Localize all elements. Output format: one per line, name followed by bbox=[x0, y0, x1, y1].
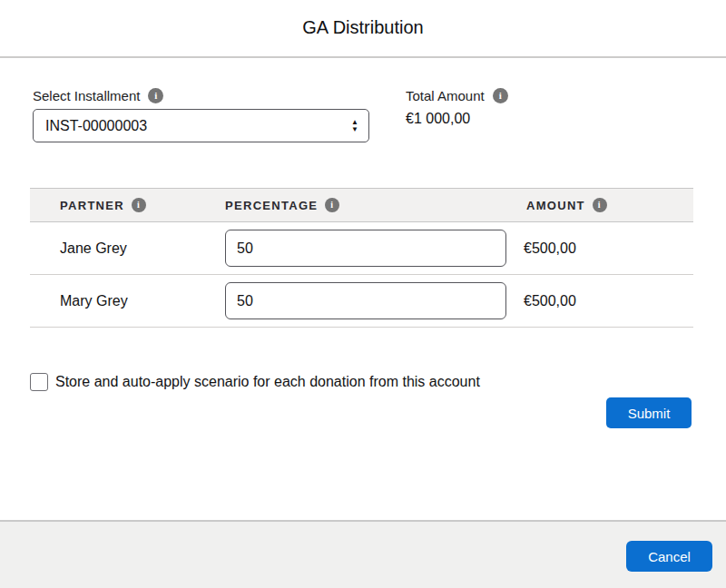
amount-value: €500,00 bbox=[524, 293, 576, 309]
chevron-down-icon: ▼ bbox=[351, 126, 358, 132]
amount-value: €500,00 bbox=[524, 240, 576, 257]
select-stepper-icon: ▲ ▼ bbox=[351, 119, 358, 132]
modal-footer: Cancel bbox=[0, 522, 726, 588]
distribution-table: PARTNER i PERCENTAGE i AMOUNT i Jane Gre… bbox=[30, 188, 693, 328]
column-header-partner: PARTNER i bbox=[60, 189, 146, 221]
partner-name: Mary Grey bbox=[60, 293, 128, 309]
info-icon[interactable]: i bbox=[132, 198, 146, 212]
installment-field-label: Select Installment i bbox=[33, 88, 163, 103]
total-amount-label-text: Total Amount bbox=[406, 88, 485, 103]
info-icon[interactable]: i bbox=[493, 88, 508, 103]
table-row: Mary Grey €500,00 bbox=[30, 275, 693, 328]
column-header-partner-label: PARTNER bbox=[60, 199, 124, 212]
chevron-up-icon: ▲ bbox=[351, 119, 358, 125]
column-header-percentage: PERCENTAGE i bbox=[225, 189, 339, 221]
info-icon[interactable]: i bbox=[148, 88, 163, 103]
info-icon[interactable]: i bbox=[325, 198, 339, 212]
column-header-amount: AMOUNT i bbox=[526, 189, 607, 221]
modal-title: GA Distribution bbox=[0, 17, 726, 38]
installment-label-text: Select Installment bbox=[33, 88, 140, 103]
column-header-percentage-label: PERCENTAGE bbox=[225, 199, 318, 212]
submit-button[interactable]: Submit bbox=[606, 397, 692, 428]
ga-distribution-modal: GA Distribution Select Installment i INS… bbox=[0, 0, 726, 588]
total-amount-field-label: Total Amount i bbox=[406, 88, 508, 103]
installment-select-value: INST-00000003 bbox=[45, 118, 351, 134]
store-scenario-label: Store and auto-apply scenario for each d… bbox=[55, 374, 480, 390]
partner-name: Jane Grey bbox=[60, 240, 127, 257]
store-scenario-checkbox[interactable] bbox=[30, 373, 48, 391]
table-header-row: PARTNER i PERCENTAGE i AMOUNT i bbox=[30, 188, 693, 222]
cancel-button[interactable]: Cancel bbox=[626, 541, 712, 572]
installment-select[interactable]: INST-00000003 ▲ ▼ bbox=[33, 109, 369, 142]
store-scenario-option: Store and auto-apply scenario for each d… bbox=[30, 373, 480, 391]
total-amount-value: €1 000,00 bbox=[406, 111, 470, 127]
column-header-amount-label: AMOUNT bbox=[526, 199, 585, 212]
percentage-input[interactable] bbox=[225, 230, 506, 267]
percentage-input[interactable] bbox=[225, 282, 506, 319]
info-icon[interactable]: i bbox=[593, 198, 607, 212]
title-divider bbox=[0, 56, 726, 58]
table-row: Jane Grey €500,00 bbox=[30, 222, 693, 275]
